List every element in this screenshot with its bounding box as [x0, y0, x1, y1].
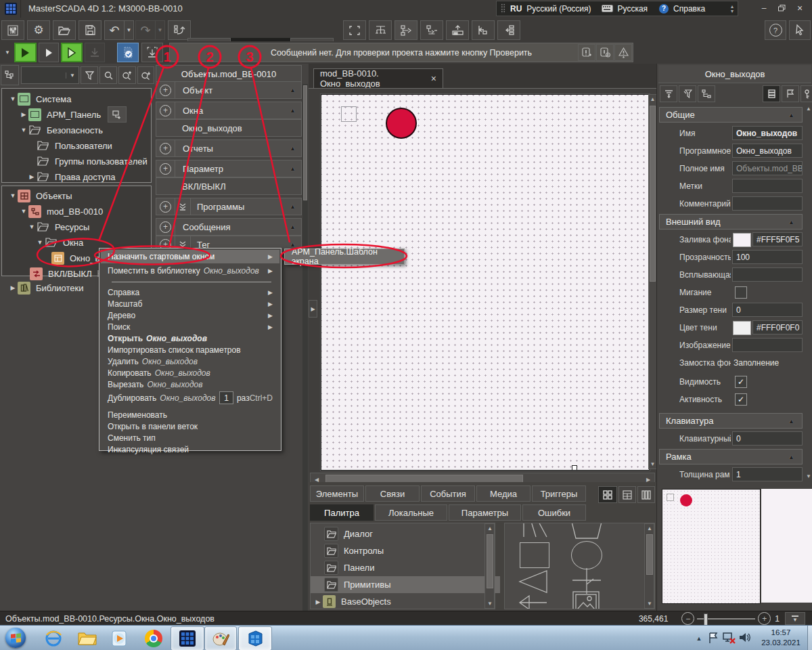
prop-field-keyboard-code[interactable]: 0 — [732, 431, 803, 446]
taskbar-explorer-icon[interactable] — [74, 628, 100, 649]
tree-mode-button[interactable] — [1, 65, 19, 85]
tree-item-access-rights[interactable]: ▶ Права доступа — [3, 169, 152, 184]
prop-field-frame-width[interactable]: 1 — [732, 467, 803, 481]
chevron-down-icon[interactable]: ▼ — [27, 223, 37, 230]
taskbar-chrome-icon[interactable] — [141, 628, 166, 649]
tab-palette[interactable]: Палитра — [310, 504, 374, 521]
prop-field-tags[interactable] — [732, 179, 803, 193]
prop-flag-button[interactable] — [782, 85, 799, 102]
zoom-presets-button[interactable]: ▼ — [785, 612, 805, 625]
prop-field-popup[interactable] — [732, 267, 803, 282]
check-project-button[interactable] — [117, 43, 139, 62]
prop-field-fill-hex[interactable]: #FFF5F0F5 — [752, 232, 803, 246]
scroll-up-icon[interactable]: ▲ — [486, 525, 494, 532]
collapse-icon[interactable]: ▲ — [290, 223, 296, 230]
canvas-square-shape[interactable] — [341, 106, 357, 122]
tray-flag-icon[interactable] — [708, 632, 718, 644]
undo-button[interactable]: ↶ — [104, 20, 125, 40]
tree-search-combo[interactable]: ▼ — [21, 66, 79, 84]
tree-layout-right-button[interactable] — [394, 20, 418, 40]
visibility-checkbox[interactable]: ✓ — [735, 376, 747, 388]
object-row-messages[interactable]: + Сообщения ▲ — [156, 218, 302, 236]
start-button[interactable] — [5, 628, 26, 648]
shape-image[interactable] — [572, 591, 600, 609]
tree-search-button[interactable] — [99, 66, 117, 84]
prop-key-button[interactable] — [800, 85, 812, 102]
add-message-button[interactable] — [578, 44, 595, 61]
fill-color-swatch[interactable] — [733, 233, 751, 247]
palette-group-baseobjects[interactable]: ▶ BaseObjects — [311, 593, 489, 610]
prop-field-name[interactable]: Окно_выходов — [732, 126, 803, 140]
prop-field-fullname[interactable]: Объекты.mod_BB — [732, 161, 803, 175]
chevron-down-icon[interactable]: ▼ — [19, 127, 28, 133]
submenu-arm-panel-template[interactable]: АРМ_Панель.Шаблон экрана — [284, 248, 405, 265]
language-code[interactable]: RU — [510, 4, 522, 14]
collapse-icon[interactable]: ▲ — [290, 87, 296, 93]
help-badge-icon[interactable]: ? — [659, 4, 669, 14]
add-icon[interactable]: + — [156, 198, 175, 215]
show-desktop-button[interactable] — [807, 626, 812, 650]
tree-item-objects[interactable]: ▼ Объекты — [3, 188, 152, 203]
document-tab[interactable]: mod_BB-0010. Окно_выходов × — [313, 68, 443, 88]
shapes-scrollbar[interactable]: ▲ ▼ — [644, 523, 654, 609]
collapse-icon[interactable]: ▲ — [788, 219, 794, 225]
scroll-down-icon[interactable]: ▼ — [486, 601, 494, 607]
collapse-icon[interactable]: ▲ — [290, 145, 296, 152]
prop-expand-all-button[interactable] — [660, 85, 677, 102]
tray-network-icon[interactable] — [723, 632, 736, 644]
context-help-button[interactable] — [789, 20, 811, 40]
apply-changes-button[interactable] — [141, 43, 163, 62]
tree-item-user-groups[interactable]: Группы пользователей — [3, 154, 152, 169]
shape-bucket[interactable] — [570, 523, 604, 540]
chevron-right-icon[interactable]: ▶ — [8, 284, 18, 291]
run-options-dropdown[interactable]: ▼ — [2, 43, 13, 62]
object-row-windows[interactable]: + Окна ▲ — [156, 102, 302, 119]
view-table-button[interactable] — [618, 486, 636, 503]
collapse-icon[interactable]: ▲ — [290, 165, 296, 172]
object-row-programs[interactable]: + Программы ▲ — [156, 198, 302, 215]
collapse-icon[interactable]: ▲ — [290, 203, 296, 210]
palette-group-panels[interactable]: Панели — [311, 559, 500, 576]
scroll-down-icon[interactable]: ▼ — [649, 461, 656, 467]
chevron-down-icon[interactable]: ▼ — [19, 208, 28, 215]
tab-triggers[interactable]: Триггеры — [532, 485, 586, 502]
minimize-button[interactable]: – — [757, 2, 771, 14]
object-row-okno-vyhodov[interactable]: Окно_выходов — [156, 119, 302, 137]
tree-item-users[interactable]: Пользователи — [3, 138, 152, 153]
chevron-right-icon[interactable]: ▶ — [27, 173, 37, 180]
zoom-out-button[interactable]: − — [681, 612, 694, 625]
shape-triangle[interactable] — [518, 569, 548, 594]
palette-group-dialog[interactable]: Диалог — [311, 525, 500, 542]
tree-item-security[interactable]: ▼ Безопасность — [3, 123, 152, 137]
window-preview-minimap[interactable] — [662, 489, 761, 604]
redo-button[interactable]: ↷ — [135, 20, 156, 40]
layout-reset-button[interactable] — [168, 20, 191, 40]
project-settings-gear-button[interactable]: ⚙ — [27, 20, 50, 40]
fit-window-button[interactable] — [343, 20, 366, 40]
collapse-icon[interactable]: ▲ — [788, 418, 794, 425]
shape-ellipse[interactable] — [571, 541, 602, 569]
menu-item-encapsulate-links[interactable]: Инкапсуляция связей — [101, 443, 279, 456]
taskbar-runtime-button[interactable] — [238, 626, 272, 650]
tree-layout-compact-button[interactable] — [420, 20, 443, 40]
tray-expand-icon[interactable]: ▲ — [694, 635, 704, 642]
object-row-parameter[interactable]: + Параметр ▲ — [156, 160, 302, 177]
taskbar-mediaplayer-icon[interactable] — [107, 628, 133, 649]
shape-arrow[interactable] — [518, 594, 548, 609]
tray-volume-icon[interactable] — [739, 632, 751, 643]
tab-local[interactable]: Локальные — [375, 504, 447, 521]
open-project-button[interactable] — [53, 20, 76, 40]
language-bar[interactable]: RU Русский (Россия) Русская ? Справка ▴▾ — [496, 1, 738, 16]
chevron-down-icon[interactable]: ▼ — [8, 192, 18, 199]
tab-errors[interactable]: Ошибки — [522, 504, 586, 521]
shape-rectangle[interactable] — [520, 542, 549, 568]
expand-all-icon[interactable] — [175, 198, 191, 215]
tree-item-mod-bb-0010[interactable]: ▼ mod_BB-0010 — [3, 204, 152, 219]
add-icon[interactable]: + — [156, 82, 175, 98]
tab-links[interactable]: Связи — [365, 485, 420, 502]
tree-item-arm-panel[interactable]: ▶ АРМ_Панель — [3, 107, 152, 122]
tab-close-icon[interactable]: × — [431, 73, 436, 84]
start-window-badge-icon[interactable] — [108, 106, 127, 123]
palette-list-scrollbar[interactable]: ▲ ▼ — [484, 523, 495, 609]
object-row-vkl-vykl[interactable]: ВКЛ/ВЫКЛ — [156, 177, 302, 195]
